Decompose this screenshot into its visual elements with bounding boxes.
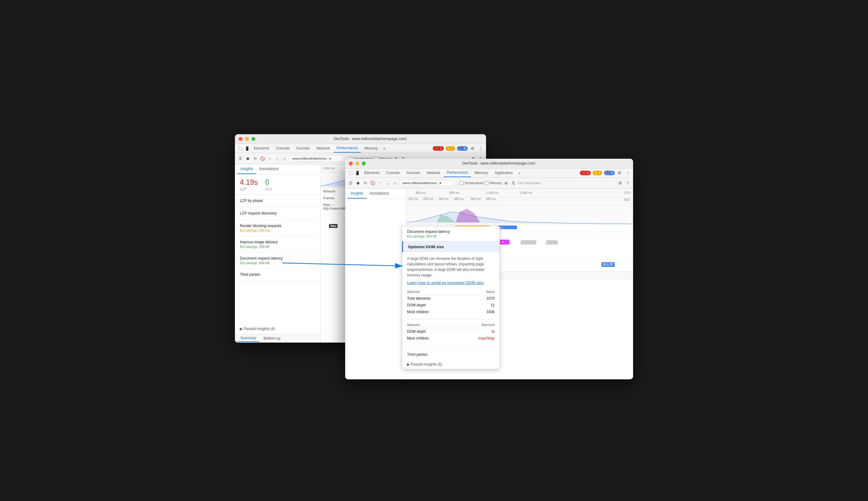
elem-dom-depth-2: td bbox=[457, 328, 495, 335]
record-icon-back[interactable]: ⏺ bbox=[245, 155, 251, 161]
upload-icon-back[interactable]: ↑ bbox=[267, 155, 273, 161]
upload-icon-front[interactable]: ↑ bbox=[377, 180, 383, 186]
more-icon-back[interactable]: ⋮ bbox=[477, 145, 484, 151]
insight-render-blocking-back[interactable]: Render blocking requests Est savings: 33… bbox=[235, 220, 321, 236]
insights-sidebar-back: Insights Annotations 4.19s LCP 0 CLS LC bbox=[235, 164, 321, 343]
popup-stats-table-2: Statistic Element DOM depth td Most chil… bbox=[407, 322, 495, 342]
tab-application-front[interactable]: Application bbox=[491, 169, 516, 177]
insight-doc-latency-back[interactable]: Document request latency Est savings: 40… bbox=[235, 253, 321, 269]
close-button-front[interactable] bbox=[349, 161, 353, 166]
tab-console-front[interactable]: Console bbox=[383, 169, 403, 177]
drawer-icon-front[interactable]: ☰ bbox=[348, 180, 354, 186]
popup-doc-latency[interactable]: Document request latency Est savings: 40… bbox=[402, 226, 500, 242]
passed-insights-back[interactable]: ▶ Passed insights (4) bbox=[235, 323, 321, 334]
tick-1-back: 1,984 ms bbox=[322, 167, 335, 170]
clear-icon-front[interactable]: 🚫 bbox=[370, 180, 376, 186]
elem-most-children-2: map#Map bbox=[457, 335, 495, 342]
tab-insights-front[interactable]: Insights bbox=[348, 189, 366, 199]
settings-icon2-front[interactable]: ⚙ bbox=[617, 180, 623, 186]
help-icon-front[interactable]: ? bbox=[625, 180, 631, 186]
flag-badge-front: 🚩 3 bbox=[604, 171, 615, 175]
device-icon[interactable]: 📱 bbox=[244, 145, 250, 151]
settings-icon-front[interactable]: ⚙ bbox=[617, 170, 623, 176]
tab-memory-back[interactable]: Memory bbox=[361, 144, 381, 152]
download-icon-front[interactable]: ↓ bbox=[384, 180, 391, 186]
tab-elements-front[interactable]: Elements bbox=[361, 169, 382, 177]
tab-elements-back[interactable]: Elements bbox=[251, 144, 272, 152]
inspect-icon[interactable]: ⬚ bbox=[237, 145, 243, 151]
screenshots-toggle-front[interactable]: Screenshots bbox=[459, 181, 483, 185]
tab-memory-front[interactable]: Memory bbox=[472, 169, 491, 177]
tab-performance-back[interactable]: Performance bbox=[334, 144, 361, 152]
popup-passed-insights[interactable]: ▶ Passed insights (6) bbox=[402, 360, 500, 369]
col-value-1: Value bbox=[471, 289, 495, 295]
popup-learn-link[interactable]: Learn how to avoid an excessive DOM size bbox=[407, 280, 483, 285]
popup-third-parties[interactable]: Third parties bbox=[402, 349, 500, 360]
insight-lcp-by-phase-back[interactable]: LCP by phase bbox=[235, 195, 321, 207]
tab-sources-front[interactable]: Sources bbox=[403, 169, 423, 177]
table-row-most-children: Most children 3306 bbox=[407, 309, 495, 315]
table-row-total-elements: Total elements 3370 bbox=[407, 295, 495, 302]
tab-network-front[interactable]: Network bbox=[424, 169, 443, 177]
reload-icon-front[interactable]: ↻ bbox=[362, 180, 368, 186]
bottom-tab-bottomup-back[interactable]: Bottom-up bbox=[260, 335, 283, 342]
maximize-button-front[interactable] bbox=[362, 161, 366, 166]
cpu-throttle-icon-front[interactable]: ⊕ bbox=[503, 180, 509, 186]
more-tabs-icon-back[interactable]: » bbox=[381, 145, 388, 151]
close-button-back[interactable] bbox=[239, 137, 242, 141]
minimize-button-front[interactable] bbox=[355, 161, 359, 166]
device-icon-front[interactable]: 📱 bbox=[354, 170, 360, 176]
tab-sources-back[interactable]: Sources bbox=[293, 144, 313, 152]
settings-icon-back[interactable]: ⚙ bbox=[469, 145, 476, 151]
popup-description: A large DOM can increase the duration of… bbox=[407, 256, 495, 278]
download-icon-back[interactable]: ↓ bbox=[274, 155, 280, 161]
popup-stats-table-1: Statistic Value Total elements 3370 DOM … bbox=[407, 289, 495, 315]
maximize-button-back[interactable] bbox=[251, 137, 256, 141]
table-row-most-children-2: Most children map#Map bbox=[407, 335, 495, 342]
tab-network-back[interactable]: Network bbox=[313, 144, 333, 152]
separator-front-1 bbox=[457, 180, 457, 186]
network-throttle-icon-front[interactable]: ⇅ bbox=[511, 180, 517, 186]
col-element-2: Element bbox=[457, 322, 495, 328]
more-icon-front[interactable]: ⋮ bbox=[625, 170, 631, 176]
tab-bar-back: ⬚ 📱 Elements Console Sources Network Per… bbox=[235, 144, 486, 153]
url-bar-back[interactable]: www.milliondollarhome...▾ bbox=[289, 155, 344, 162]
tab-annotations-back[interactable]: Annotations bbox=[256, 164, 281, 174]
insight-image-delivery-back[interactable]: Improve image delivery Est savings: 239 … bbox=[235, 236, 321, 253]
insights-tabs-back: Insights Annotations bbox=[235, 164, 321, 174]
tick-4-front: 1,989 ms bbox=[520, 191, 532, 194]
home-icon-back[interactable]: ⌂ bbox=[281, 155, 287, 161]
insights-content-front bbox=[345, 199, 406, 379]
record-icon-front[interactable]: ⏺ bbox=[355, 180, 361, 186]
bottom-tab-summary-back[interactable]: Summary bbox=[237, 334, 259, 342]
minimize-button-back[interactable] bbox=[245, 137, 249, 141]
waveform-front bbox=[406, 206, 633, 224]
bottom-tabs-back: Summary Bottom-up bbox=[235, 334, 321, 343]
tab-bar-front: ⬚ 📱 Elements Console Sources Network Per… bbox=[345, 169, 633, 178]
devtools-window-front: DevTools - www.milliondollarhomepage.com… bbox=[345, 159, 633, 379]
drawer-icon-back[interactable]: ☰ bbox=[237, 155, 243, 161]
reload-icon-back[interactable]: ↻ bbox=[252, 155, 258, 161]
cls-label-back: CLS bbox=[265, 187, 272, 191]
tab-console-back[interactable]: Console bbox=[273, 144, 293, 152]
popup-body: A large DOM can increase the duration of… bbox=[402, 252, 500, 349]
more-tabs-icon-front[interactable]: » bbox=[517, 170, 522, 176]
tab-insights-back[interactable]: Insights bbox=[237, 164, 256, 174]
stat-most-children: Most children bbox=[407, 309, 471, 315]
insight-lcp-request-back[interactable]: LCP request discovery bbox=[235, 207, 321, 220]
url-bar-front[interactable]: www.milliondollarhome...▾ bbox=[399, 180, 454, 186]
stat-most-children-2: Most children bbox=[407, 335, 457, 342]
tick-2-front: 989 ms bbox=[449, 191, 459, 194]
inspect-icon-front[interactable]: ⬚ bbox=[348, 170, 354, 176]
insight-third-parties-back[interactable]: Third parties bbox=[235, 269, 321, 281]
titlebar-front: DevTools - www.milliondollarhomepage.com… bbox=[345, 159, 633, 169]
home-icon-front[interactable]: ⌂ bbox=[392, 180, 398, 186]
tab-performance-front[interactable]: Performance bbox=[444, 169, 471, 177]
error-badge-front: ❌ 2 bbox=[580, 171, 590, 175]
warning-badge-back: ⚠ 7 bbox=[446, 146, 455, 151]
cpu-net-labels: CPU NET bbox=[624, 191, 631, 202]
memory-toggle-front[interactable]: Memory bbox=[485, 181, 502, 185]
window-title-front: DevTools - www.milliondollarhomepage.com… bbox=[368, 161, 629, 166]
tab-annotations-front[interactable]: Annotations bbox=[366, 189, 392, 199]
clear-icon-back[interactable]: 🚫 bbox=[259, 155, 265, 161]
